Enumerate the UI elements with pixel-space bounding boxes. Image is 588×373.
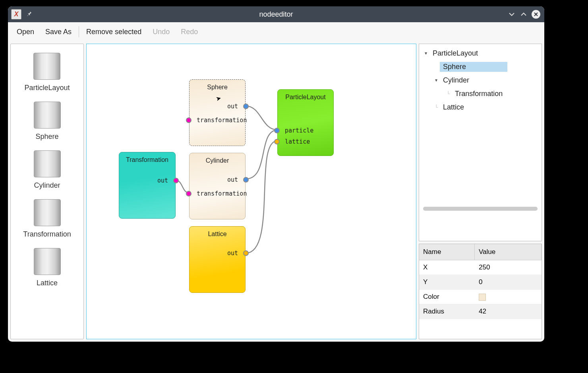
undo-button[interactable]: Undo <box>147 25 175 38</box>
property-row[interactable]: Color <box>419 290 542 304</box>
tree-item-sphere[interactable]: Sphere <box>421 60 540 73</box>
port-transformation[interactable] <box>186 117 191 123</box>
tree-label: Transformation <box>452 89 506 99</box>
titlebar[interactable]: X nodeeditor <box>8 6 544 22</box>
prop-name: Y <box>419 275 475 289</box>
node-particle-layout[interactable]: ParticleLayout particle lattice <box>277 89 334 156</box>
prop-name: Radius <box>419 304 475 319</box>
minimize-button[interactable] <box>508 10 516 18</box>
app-window: X nodeeditor Open Save As Remove selecte… <box>8 6 544 342</box>
node-title: Cylinder <box>190 153 245 164</box>
palette-thumb-icon <box>34 248 61 275</box>
palette-label: Cylinder <box>34 181 61 190</box>
palette-thumb-icon <box>34 199 61 226</box>
palette-thumb-icon <box>34 102 61 129</box>
palette-item-transformation[interactable]: Transformation <box>23 194 71 238</box>
content-area: ParticleLayout Sphere Cylinder Transform… <box>8 41 544 342</box>
palette-thumb-icon <box>33 53 60 80</box>
property-row[interactable]: X 250 <box>419 260 542 275</box>
node-lattice[interactable]: Lattice out <box>189 226 246 293</box>
port-label-out: out <box>157 177 168 184</box>
close-button[interactable] <box>532 10 540 19</box>
node-sphere[interactable]: Sphere out transformation ➤ <box>189 79 246 146</box>
right-panel: ▾ ParticleLayout Sphere ▾ Cylinder └ Tra… <box>419 44 542 339</box>
palette-item-cylinder[interactable]: Cylinder <box>34 145 61 190</box>
tree-item-lattice[interactable]: └ Lattice <box>421 100 540 114</box>
property-header: Name Value <box>419 244 542 260</box>
tree-label: ParticleLayout <box>429 48 481 58</box>
port-particle[interactable] <box>274 128 280 133</box>
node-palette: ParticleLayout Sphere Cylinder Transform… <box>10 44 84 339</box>
open-button[interactable]: Open <box>11 25 40 38</box>
color-swatch-icon <box>479 294 486 301</box>
prop-value[interactable]: 250 <box>475 260 542 275</box>
redo-button[interactable]: Redo <box>175 25 203 38</box>
node-canvas[interactable]: Sphere out transformation ➤ Cylinder out… <box>86 44 416 339</box>
port-label-out: out <box>227 103 238 110</box>
port-out[interactable] <box>243 250 249 256</box>
port-label-transformation: transformation <box>197 117 247 124</box>
remove-selected-button[interactable]: Remove selected <box>81 25 147 38</box>
node-title: Sphere <box>190 80 245 91</box>
property-row[interactable]: Y 0 <box>419 275 542 290</box>
tree-item-transformation[interactable]: └ Transformation <box>421 87 540 100</box>
port-label-out: out <box>227 250 238 257</box>
tree-label: Lattice <box>440 102 467 112</box>
node-transformation[interactable]: Transformation out <box>119 152 176 219</box>
prop-value[interactable] <box>475 290 542 304</box>
palette-label: Sphere <box>34 133 61 141</box>
palette-label: ParticleLayout <box>24 84 70 92</box>
horizontal-scrollbar[interactable] <box>423 207 538 211</box>
port-transformation[interactable] <box>186 191 191 196</box>
prop-name: Color <box>419 290 475 304</box>
palette-item-lattice[interactable]: Lattice <box>34 242 61 287</box>
prop-name: X <box>419 260 475 275</box>
port-label-transformation: transformation <box>197 190 247 197</box>
app-icon: X <box>11 9 21 19</box>
toolbar-separator <box>79 26 79 37</box>
palette-item-particle-layout[interactable]: ParticleLayout <box>24 47 70 92</box>
header-name: Name <box>419 244 475 260</box>
tree-branch-icon: └ <box>433 104 440 110</box>
port-out[interactable] <box>173 178 179 183</box>
tree-item-cylinder[interactable]: ▾ Cylinder <box>421 73 540 87</box>
palette-label: Transformation <box>23 230 71 238</box>
cursor-icon: ➤ <box>215 94 222 103</box>
palette-item-sphere[interactable]: Sphere <box>34 96 61 141</box>
tree-label: Cylinder <box>440 75 472 85</box>
chevron-down-icon[interactable]: ▾ <box>433 77 440 83</box>
node-title: ParticleLayout <box>278 90 333 101</box>
port-out[interactable] <box>243 104 249 109</box>
save-as-button[interactable]: Save As <box>40 25 77 38</box>
node-title: Lattice <box>190 227 245 238</box>
tree-item-particle-layout[interactable]: ▾ ParticleLayout <box>421 46 540 60</box>
header-value: Value <box>475 244 542 260</box>
tree-label: Sphere <box>440 62 507 72</box>
property-row[interactable]: Radius 42 <box>419 304 542 319</box>
tree-branch-icon: └ <box>445 91 452 96</box>
maximize-button[interactable] <box>520 10 528 18</box>
property-table: Name Value X 250 Y 0 Color Radius 42 <box>419 244 542 339</box>
node-title: Transformation <box>119 152 175 163</box>
port-label-lattice: lattice <box>285 138 310 145</box>
pin-icon[interactable] <box>26 10 33 18</box>
toolbar: Open Save As Remove selected Undo Redo <box>8 22 544 41</box>
window-title: nodeeditor <box>8 10 544 19</box>
palette-label: Lattice <box>34 279 61 287</box>
prop-value[interactable]: 0 <box>475 275 542 289</box>
port-label-particle: particle <box>285 127 313 134</box>
port-out[interactable] <box>243 177 249 183</box>
node-cylinder[interactable]: Cylinder out transformation <box>189 153 246 219</box>
port-lattice[interactable] <box>274 139 280 144</box>
prop-value[interactable]: 42 <box>475 304 542 319</box>
chevron-down-icon[interactable]: ▾ <box>422 50 429 56</box>
port-label-out: out <box>227 176 238 183</box>
hierarchy-tree[interactable]: ▾ ParticleLayout Sphere ▾ Cylinder └ Tra… <box>419 44 542 241</box>
palette-thumb-icon <box>34 150 61 177</box>
